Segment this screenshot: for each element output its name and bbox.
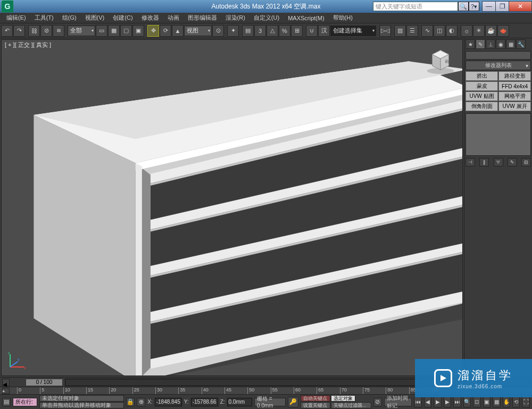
modifier-pathdeform-button[interactable]: 路径变形 [498,71,531,81]
link-button[interactable]: ⛓ [28,25,40,37]
layers-button[interactable]: ☰ [406,25,418,37]
zoom-extents-all-icon[interactable]: ▦ [493,397,500,407]
pin-stack-icon[interactable]: ⊣ [466,158,475,166]
prev-frame-icon[interactable]: ◀ [424,397,431,407]
select-region-rect-button[interactable]: ▢ [120,25,132,37]
z-coord-input[interactable]: 0.0mm [227,398,253,406]
menu-animation[interactable]: 动画 [163,13,184,23]
maxscript-mini-listener-icon[interactable]: ▤ [2,398,11,406]
render-setup-button[interactable]: ☼ [461,25,472,37]
y-coord-input[interactable]: -15788.66 [191,398,218,406]
setkey-button[interactable]: 设置关键点 [301,402,330,408]
perspective-viewport[interactable]: [ + ][ 正交 ][ 真实 ] [1,39,463,376]
zoom-all-icon[interactable]: ⊡ [473,397,480,407]
maximize-button[interactable]: ❐ [495,1,509,12]
menu-grapheditors[interactable]: 图形编辑器 [184,13,221,23]
named-selection-sets-dropdown[interactable]: 创建选择集 [330,26,376,36]
zoom-extents-icon[interactable]: ▣ [483,397,491,407]
play-icon[interactable]: ▶ [434,397,441,407]
search-go-button[interactable]: 🔍 [458,2,469,11]
modifier-list-dropdown[interactable]: 修改器列表 [466,61,531,70]
modifier-meshsmooth-button[interactable]: 网格平滑 [498,91,531,101]
select-move-button[interactable]: ✥ [147,25,159,37]
menu-help[interactable]: 帮助(H) [329,13,357,23]
help-dropdown-button[interactable]: ?▾ [469,2,479,11]
configure-sets-icon[interactable]: ⊟ [521,158,531,166]
app-icon[interactable]: G [2,1,13,12]
align-button[interactable]: ▥ [394,25,406,37]
window-crossing-button[interactable]: ▣ [132,25,144,37]
selection-lock-icon[interactable]: 🔒 [126,398,135,406]
pan-icon[interactable]: ✋ [503,397,510,407]
named-selection-han-button[interactable]: 汉 [318,25,330,37]
hierarchy-tab-icon[interactable]: ⊥ [486,39,495,49]
utilities-tab-icon[interactable]: 🔧 [516,39,526,49]
orbit-icon[interactable]: ⟲ [512,397,520,407]
goto-start-icon[interactable]: ⏮ [414,397,421,407]
menu-views[interactable]: 视图(V) [81,13,109,23]
add-time-tag[interactable]: 添加时间标记 [384,398,412,406]
redo-button[interactable]: ↷ [13,25,25,37]
modify-tab-icon[interactable]: ✎ [476,39,485,49]
menu-maxscript[interactable]: MAXScript(M) [284,14,328,22]
keymode-dropdown[interactable]: 选定对象 [331,395,355,402]
time-slider-handle[interactable]: 0 / 100 [26,379,63,386]
menu-create[interactable]: 创建(C) [109,13,137,23]
render-production-button[interactable]: ☕ [485,25,497,37]
modifier-skin-button[interactable]: 蒙皮 [466,81,498,91]
bind-spacewarp-button[interactable]: ≋ [53,25,64,37]
schematic-view-button[interactable]: ◫ [434,25,445,37]
timeslider-scrub-icon[interactable]: ◂ [2,379,10,386]
object-name-field[interactable] [466,51,531,60]
modifier-ffd-button[interactable]: FFD 4x4x4 [498,81,531,91]
rendered-frame-button[interactable]: ☀ [473,25,485,37]
goto-end-icon[interactable]: ⏭ [453,397,461,407]
display-tab-icon[interactable]: ▦ [506,39,516,49]
help-search-input[interactable]: 键入关键字或短语 [373,2,458,11]
x-coord-input[interactable]: -1848.845 [155,398,182,406]
material-editor-button[interactable]: ◐ [446,25,458,37]
edit-selection-set-button[interactable]: ∪ [306,25,318,37]
viewcube[interactable]: 前 [425,44,456,75]
modifier-bevelprofile-button[interactable]: 倒角剖面 [466,102,498,111]
close-button[interactable]: ✕ [509,1,532,12]
render-iterate-button[interactable]: 🫖 [497,25,509,37]
undo-button[interactable]: ↶ [1,25,13,37]
spinner-snap-button[interactable]: ⊞ [291,25,303,37]
angle-snap-button[interactable]: △ [267,25,278,37]
percent-snap-button[interactable]: % [279,25,290,37]
menu-edit[interactable]: 编辑(E) [2,13,30,23]
set-key-big-icon[interactable]: 🔑 [288,397,298,407]
ref-coord-dropdown[interactable]: 视图 [184,26,212,36]
unlink-button[interactable]: ⊘ [40,25,52,37]
max-viewport-icon[interactable]: ⛶ [522,397,529,407]
make-unique-icon[interactable]: ⩔ [494,158,503,166]
modifier-extrude-button[interactable]: 挤出 [466,71,498,81]
motion-tab-icon[interactable]: ◉ [496,39,505,49]
modifier-uvwmap-button[interactable]: UVW 贴图 [466,91,498,101]
remove-modifier-icon[interactable]: ✎ [508,158,517,166]
select-manipulate-button[interactable]: ✦ [227,25,239,37]
selection-filter-dropdown[interactable]: 全部 [68,26,95,36]
zoom-icon[interactable]: 🔍 [463,397,471,407]
select-object-button[interactable]: ▭ [96,25,107,37]
select-rotate-button[interactable]: ⟳ [160,25,171,37]
menu-customize[interactable]: 自定义(U) [250,13,284,23]
menu-group[interactable]: 组(G) [58,13,81,23]
minimize-button[interactable]: — [482,1,496,12]
autokey-button[interactable]: 自动关键点 [301,395,330,402]
create-tab-icon[interactable]: ★ [466,39,475,49]
snaps-toggle-button[interactable]: 3 [254,25,266,37]
select-by-name-button[interactable]: ▦ [108,25,120,37]
timetag-icon[interactable]: ⊘ [373,398,382,406]
modifier-unwrapuvw-button[interactable]: UVW 展开 [498,102,531,111]
select-scale-button[interactable]: ▲ [172,25,184,37]
menu-modifiers[interactable]: 修改器 [137,13,163,23]
abs-rel-toggle-icon[interactable]: ⊕ [137,398,145,406]
next-frame-icon[interactable]: ▶ [444,397,451,407]
keyboard-shortcut-button[interactable]: ▤ [242,25,254,37]
menu-rendering[interactable]: 渲染(R) [221,13,250,23]
menu-tools[interactable]: 工具(T) [30,13,58,23]
show-end-result-icon[interactable]: ‖ [479,158,489,166]
keyfilter-button[interactable]: 关键点过滤器... [331,402,371,408]
